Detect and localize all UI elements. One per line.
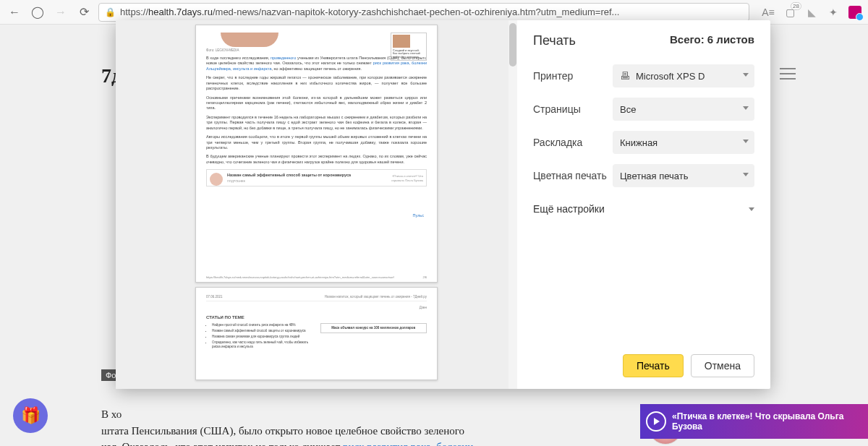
chevron-down-icon <box>749 207 754 211</box>
print-button[interactable]: Печать <box>623 354 684 377</box>
print-sheet-count: Всего: 6 листов <box>670 33 754 48</box>
printer-icon: 🖶 <box>620 70 630 82</box>
promo-text: «Птичка в клетке»! Что скрывала Ольга Бу… <box>672 411 843 432</box>
more-settings-toggle[interactable]: Ещё настройки <box>533 197 754 220</box>
pages-label: Страницы <box>533 103 613 115</box>
preview-page-2: Сладкий и вкусный. Как выбрать спелый ар… <box>195 25 438 283</box>
play-icon <box>646 411 666 432</box>
extension-icon-1[interactable]: ✦ <box>826 5 841 20</box>
toolbar-right-icons: A≡ ▢28 ◣ ✦ <box>761 5 862 20</box>
layout-select[interactable]: Книжная <box>613 131 754 154</box>
address-bar[interactable]: 🔒 https://health.7days.ru/med-news/nazva… <box>98 3 749 22</box>
preview-pulse-link: Пульс <box>413 213 424 218</box>
lock-icon: 🔒 <box>105 7 116 17</box>
bookmark-icon[interactable]: ◣ <box>804 5 819 20</box>
url-text: https://health.7days.ru/med-news/nazvan-… <box>120 7 743 17</box>
extension-icon-2[interactable] <box>848 5 862 20</box>
preview-related-list: Найден простой способ снизить риск инфар… <box>206 323 313 351</box>
pages-select[interactable]: Все <box>613 98 754 121</box>
print-dialog: Сладкий и вкусный. Как выбрать спелый ар… <box>116 20 770 389</box>
print-preview-pane: Сладкий и вкусный. Как выбрать спелый ар… <box>116 20 517 389</box>
print-settings-pane: Печать Всего: 6 листов Принтер 🖶 Microso… <box>517 20 770 389</box>
yandex-home-button[interactable]: ◯ <box>29 4 46 21</box>
print-dialog-title: Печать <box>533 33 576 48</box>
link-risk[interactable]: риск развития рака <box>343 441 431 446</box>
forward-button[interactable]: → <box>52 4 69 21</box>
article-body: В хо штата Пенсильвания (США), было откр… <box>101 406 477 446</box>
chevron-down-icon <box>743 106 749 110</box>
printer-select[interactable]: 🖶 Microsoft XPS D <box>613 64 754 87</box>
layout-label: Раскладка <box>533 137 613 148</box>
color-select[interactable]: Цветная печать <box>613 164 754 187</box>
preview-side-card: Сладкий и вкусный. Как выбрать спелый ар… <box>391 33 427 61</box>
preview-scrollbar[interactable] <box>509 20 517 389</box>
cancel-button[interactable]: Отмена <box>691 354 754 377</box>
tab-count-icon[interactable]: ▢28 <box>783 5 797 20</box>
gift-button[interactable]: 🎁 <box>13 398 48 433</box>
hamburger-menu-icon[interactable] <box>780 68 796 80</box>
printer-label: Принтер <box>533 70 613 82</box>
reload-button[interactable]: ⟳ <box>75 4 93 21</box>
preview-page-3: 07.06.2021Назван напиток, который защища… <box>195 287 438 380</box>
preview-hero-image <box>221 33 278 47</box>
chevron-down-icon <box>743 73 749 77</box>
reader-mode-icon[interactable]: A≡ <box>761 5 775 20</box>
chevron-down-icon <box>743 140 749 143</box>
chevron-down-icon <box>743 173 749 176</box>
promo-toast[interactable]: «Птичка в клетке»! Что скрывала Ольга Бу… <box>640 404 868 439</box>
color-label: Цветная печать <box>533 170 613 182</box>
preview-bottom-card: Назван самый эффективный способ защиты о… <box>206 169 427 186</box>
back-button[interactable]: ← <box>6 4 23 21</box>
